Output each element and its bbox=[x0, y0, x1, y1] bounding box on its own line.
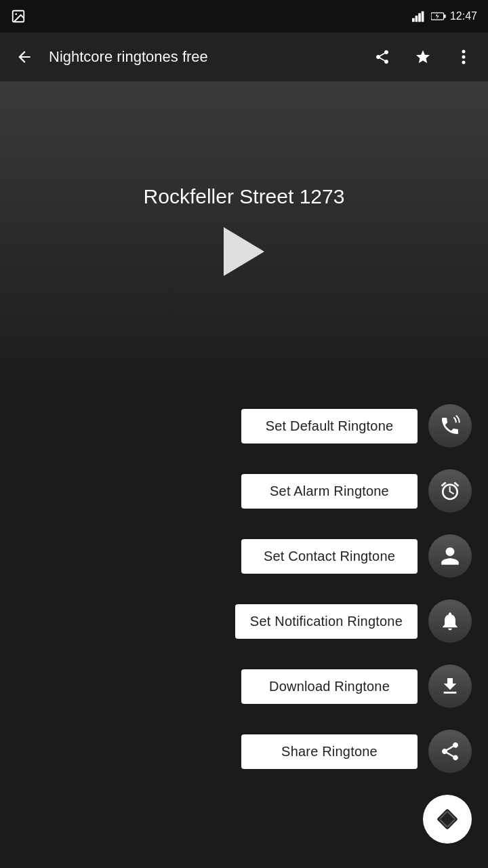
download-ringtone-row: Download Ringtone bbox=[0, 654, 488, 719]
status-bar-left bbox=[11, 9, 26, 24]
alarm-ringtone-row: Set Alarm Ringtone bbox=[0, 458, 488, 524]
svg-rect-4 bbox=[418, 13, 421, 22]
share-icon-button[interactable] bbox=[428, 730, 472, 773]
set-alarm-ringtone-button[interactable]: Set Alarm Ringtone bbox=[241, 474, 418, 509]
default-ringtone-row: Set Default Ringtone bbox=[0, 393, 488, 458]
more-button[interactable] bbox=[450, 43, 477, 71]
svg-point-1 bbox=[15, 13, 17, 15]
image-icon bbox=[11, 9, 26, 24]
svg-point-11 bbox=[462, 61, 466, 64]
video-title: Rockfeller Street 1273 bbox=[144, 185, 345, 208]
notification-ringtone-row: Set Notification Ringtone bbox=[0, 589, 488, 654]
download-icon-button[interactable] bbox=[428, 665, 472, 708]
svg-rect-3 bbox=[415, 16, 418, 22]
download-ringtone-button[interactable]: Download Ringtone bbox=[241, 669, 418, 704]
app-bar-title: Nightcore ringtones free bbox=[49, 48, 358, 66]
diamond-fab-button[interactable] bbox=[423, 795, 472, 844]
back-button[interactable] bbox=[11, 43, 38, 71]
notification-icon-button[interactable] bbox=[428, 599, 472, 643]
star-header-button[interactable] bbox=[409, 43, 436, 71]
share-header-button[interactable] bbox=[369, 43, 396, 71]
status-bar: 12:47 bbox=[0, 0, 488, 33]
fab-row bbox=[0, 784, 488, 854]
svg-marker-8 bbox=[436, 14, 439, 19]
set-default-ringtone-button[interactable]: Set Default Ringtone bbox=[241, 409, 418, 443]
contact-icon-button[interactable] bbox=[428, 534, 472, 578]
set-notification-ringtone-button[interactable]: Set Notification Ringtone bbox=[235, 604, 418, 639]
play-button[interactable] bbox=[224, 227, 264, 276]
share-ringtone-button[interactable]: Share Ringtone bbox=[241, 734, 418, 769]
status-time: 12:47 bbox=[450, 10, 477, 22]
svg-rect-2 bbox=[412, 18, 415, 22]
buttons-area: Set Default Ringtone Set Alarm Ringtone … bbox=[0, 380, 488, 868]
alarm-icon-button[interactable] bbox=[428, 469, 472, 513]
svg-point-9 bbox=[462, 50, 466, 54]
status-bar-right: 12:47 bbox=[412, 10, 477, 22]
video-container: Rockfeller Street 1273 bbox=[0, 81, 488, 380]
svg-point-10 bbox=[462, 56, 466, 59]
share-ringtone-row: Share Ringtone bbox=[0, 719, 488, 784]
battery-icon bbox=[431, 12, 446, 21]
set-contact-ringtone-button[interactable]: Set Contact Ringtone bbox=[241, 539, 418, 574]
svg-rect-7 bbox=[444, 14, 446, 18]
svg-rect-5 bbox=[422, 12, 424, 22]
signal-icon bbox=[412, 10, 427, 22]
app-bar-actions bbox=[369, 43, 477, 71]
app-bar: Nightcore ringtones free bbox=[0, 33, 488, 81]
phone-ring-icon-button[interactable] bbox=[428, 404, 472, 448]
contact-ringtone-row: Set Contact Ringtone bbox=[0, 524, 488, 589]
